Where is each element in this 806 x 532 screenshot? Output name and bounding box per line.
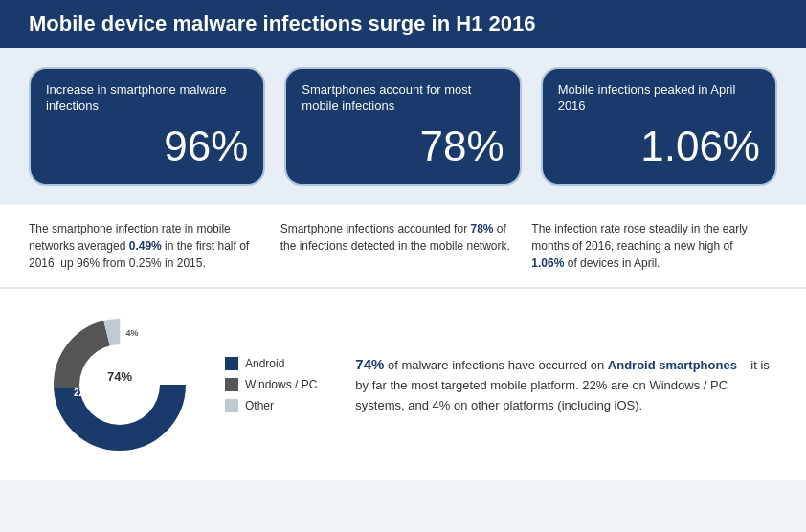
bottom-section: 74% 22% 4% Android Windows / PC Other bbox=[0, 289, 806, 480]
malware-pct: 74% bbox=[355, 356, 384, 372]
descriptions-section: The smartphone infection rate in mobile … bbox=[0, 205, 806, 289]
malware-description: 74% of malware infections have occurred … bbox=[346, 353, 777, 416]
stat-card-inner: Smartphones account for most mobile infe… bbox=[286, 69, 519, 184]
stat-value: 78% bbox=[302, 122, 504, 170]
malware-dash: – bbox=[737, 358, 750, 372]
stat-value: 1.06% bbox=[558, 122, 760, 170]
other-legend-label: Other bbox=[245, 399, 274, 412]
windows-label: 22% bbox=[74, 388, 93, 398]
desc-item: Smartphone infections accounted for 78% … bbox=[280, 205, 532, 287]
stat-card: Increase in smartphone malware infection… bbox=[29, 67, 265, 186]
windows-legend-box bbox=[225, 378, 238, 391]
legend-other: Other bbox=[225, 399, 317, 412]
stat-value: 96% bbox=[46, 122, 248, 170]
desc-item: The infection rate rose steadily in the … bbox=[531, 205, 777, 287]
page-title: Mobile device malware infections surge i… bbox=[29, 11, 535, 35]
stat-card: Smartphones account for most mobile infe… bbox=[284, 67, 521, 186]
page: Mobile device malware infections surge i… bbox=[0, 0, 806, 480]
stat-label: Increase in smartphone malware infection… bbox=[46, 82, 248, 115]
stat-card-inner: Mobile infections peaked in April 2016 1… bbox=[543, 69, 775, 184]
stat-label: Mobile infections peaked in April 2016 bbox=[558, 82, 760, 115]
legend-windows: Windows / PC bbox=[225, 378, 317, 391]
stats-section: Increase in smartphone malware infection… bbox=[0, 48, 806, 205]
malware-bold: Android smartphones bbox=[608, 358, 737, 372]
donut-chart: 74% 22% 4% bbox=[43, 308, 196, 461]
stat-card: Mobile infections peaked in April 2016 1… bbox=[541, 67, 777, 186]
desc-item: The smartphone infection rate in mobile … bbox=[29, 205, 280, 287]
chart-legend: Android Windows / PC Other bbox=[225, 357, 317, 412]
malware-line1: of malware infections have occurred on bbox=[384, 358, 607, 372]
chart-container: 74% 22% 4% bbox=[29, 308, 211, 461]
android-legend-label: Android bbox=[245, 357, 284, 370]
stat-label: Smartphones account for most mobile infe… bbox=[302, 82, 504, 115]
other-label: 4% bbox=[125, 328, 138, 338]
page-header: Mobile device malware infections surge i… bbox=[0, 0, 806, 48]
android-label: 74% bbox=[107, 369, 132, 384]
windows-legend-label: Windows / PC bbox=[245, 378, 317, 391]
other-legend-box bbox=[225, 399, 238, 412]
chart-legend-wrap: 74% 22% 4% Android Windows / PC Other bbox=[29, 308, 317, 461]
android-legend-box bbox=[225, 357, 238, 370]
donut-hole bbox=[79, 344, 160, 425]
legend-android: Android bbox=[225, 357, 317, 370]
stat-card-inner: Increase in smartphone malware infection… bbox=[31, 69, 263, 184]
